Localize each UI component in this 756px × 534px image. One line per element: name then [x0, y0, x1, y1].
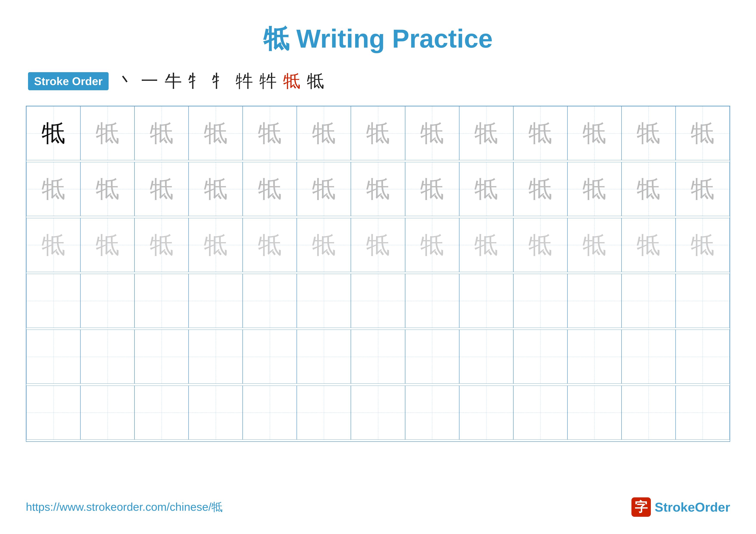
grid-cell[interactable]: 牴: [622, 106, 676, 160]
grid-cell[interactable]: 牴: [405, 162, 459, 216]
grid-cell[interactable]: [405, 330, 459, 384]
grid-cell[interactable]: 牴: [459, 162, 513, 216]
grid-cell[interactable]: 牴: [459, 106, 513, 160]
grid-cell[interactable]: 牴: [622, 218, 676, 272]
grid-cell[interactable]: [622, 386, 676, 440]
grid-cell[interactable]: [189, 330, 243, 384]
grid-cell[interactable]: [80, 386, 134, 440]
grid-cell[interactable]: 牴: [80, 218, 134, 272]
grid-cell[interactable]: 牴: [405, 106, 459, 160]
practice-char: 牴: [41, 117, 65, 149]
grid-cell[interactable]: [513, 386, 567, 440]
grid-cell[interactable]: 牴: [243, 162, 297, 216]
grid-cell[interactable]: [567, 386, 622, 440]
grid-cell[interactable]: 牴: [134, 218, 189, 272]
practice-char: 牴: [204, 117, 228, 149]
grid-cell[interactable]: 牴: [567, 162, 622, 216]
grid-cell[interactable]: 牴: [26, 218, 80, 272]
grid-cell[interactable]: 牴: [513, 162, 567, 216]
grid-cell[interactable]: 牴: [297, 106, 351, 160]
grid-cell[interactable]: [134, 274, 189, 328]
practice-char: 牴: [420, 173, 444, 205]
practice-char: 牴: [366, 117, 390, 149]
grid-cell[interactable]: 牴: [513, 106, 567, 160]
grid-cell[interactable]: [676, 386, 730, 440]
grid-cell[interactable]: [243, 274, 297, 328]
grid-cell[interactable]: [567, 330, 622, 384]
stroke-7: 牪: [259, 69, 277, 93]
grid-cell[interactable]: 牴: [80, 162, 134, 216]
grid-cell[interactable]: [622, 274, 676, 328]
grid-cell[interactable]: [351, 386, 405, 440]
grid-cell[interactable]: [243, 386, 297, 440]
grid-cell[interactable]: 牴: [567, 218, 622, 272]
grid-cell[interactable]: [134, 330, 189, 384]
grid-cell[interactable]: [459, 386, 513, 440]
grid-cell[interactable]: 牴: [351, 218, 405, 272]
grid-cell[interactable]: 牴: [676, 162, 730, 216]
grid-cell[interactable]: 牴: [459, 218, 513, 272]
practice-char: 牴: [258, 229, 282, 261]
practice-char: 牴: [150, 173, 174, 205]
practice-char: 牴: [474, 173, 498, 205]
stroke-2: 一: [141, 69, 158, 93]
stroke-3: 牛: [165, 69, 182, 93]
grid-cell[interactable]: [134, 386, 189, 440]
practice-char: 牴: [528, 229, 552, 261]
grid-cell[interactable]: [405, 274, 459, 328]
grid-cell[interactable]: 牴: [134, 162, 189, 216]
grid-cell[interactable]: [80, 330, 134, 384]
grid-cell[interactable]: [297, 330, 351, 384]
grid-cell[interactable]: [26, 330, 80, 384]
grid-cell[interactable]: [459, 330, 513, 384]
grid-cell[interactable]: 牴: [351, 106, 405, 160]
grid-cell[interactable]: [351, 330, 405, 384]
logo-chinese-char: 字: [635, 498, 648, 516]
practice-char: 牴: [528, 173, 552, 205]
grid-cell[interactable]: [189, 274, 243, 328]
grid-cell[interactable]: [297, 274, 351, 328]
practice-char: 牴: [691, 117, 715, 149]
grid-cell[interactable]: [676, 274, 730, 328]
logo-order: Order: [695, 500, 730, 514]
grid-cell[interactable]: [405, 386, 459, 440]
grid-cell[interactable]: 牴: [189, 218, 243, 272]
grid-cell[interactable]: 牴: [622, 162, 676, 216]
grid-cell[interactable]: [676, 330, 730, 384]
grid-cell[interactable]: 牴: [189, 162, 243, 216]
grid-cell[interactable]: 牴: [243, 218, 297, 272]
grid-cell[interactable]: 牴: [26, 162, 80, 216]
grid-cell[interactable]: 牴: [676, 106, 730, 160]
grid-cell[interactable]: [189, 386, 243, 440]
grid-cell[interactable]: 牴: [405, 218, 459, 272]
grid-cell[interactable]: [513, 330, 567, 384]
grid-cell[interactable]: [351, 274, 405, 328]
grid-cell[interactable]: 牴: [297, 162, 351, 216]
grid-cell[interactable]: [459, 274, 513, 328]
practice-char: 牴: [582, 229, 606, 261]
grid-cell[interactable]: [80, 274, 134, 328]
grid-cell[interactable]: 牴: [676, 218, 730, 272]
grid-cell[interactable]: [26, 386, 80, 440]
grid-cell[interactable]: [567, 274, 622, 328]
footer-logo: 字 StrokeOrder: [632, 497, 730, 517]
grid-cell[interactable]: 牴: [80, 106, 134, 160]
grid-cell[interactable]: 牴: [134, 106, 189, 160]
grid-cell[interactable]: [297, 386, 351, 440]
grid-cell[interactable]: 牴: [26, 106, 80, 160]
practice-char: 牴: [312, 173, 336, 205]
grid-cell[interactable]: 牴: [567, 106, 622, 160]
grid-cell[interactable]: [243, 330, 297, 384]
grid-cell[interactable]: 牴: [189, 106, 243, 160]
practice-char: 牴: [528, 117, 552, 149]
grid-cell[interactable]: [26, 274, 80, 328]
footer-url[interactable]: https://www.strokeorder.com/chinese/牴: [26, 499, 223, 515]
grid-cell[interactable]: 牴: [297, 218, 351, 272]
practice-char: 牴: [41, 173, 65, 205]
grid-cell[interactable]: 牴: [243, 106, 297, 160]
grid-cell[interactable]: 牴: [513, 218, 567, 272]
grid-cell[interactable]: [513, 274, 567, 328]
grid-cell[interactable]: [622, 330, 676, 384]
grid-cell[interactable]: 牴: [351, 162, 405, 216]
practice-char: 牴: [420, 117, 444, 149]
